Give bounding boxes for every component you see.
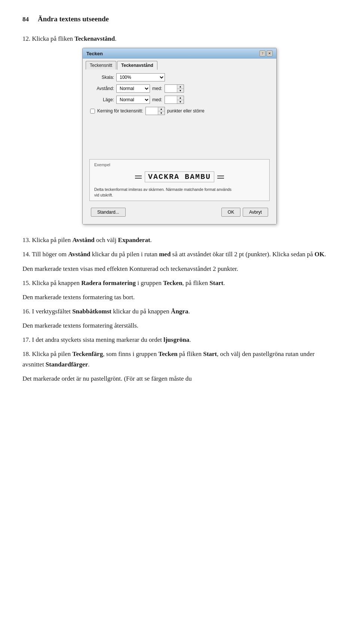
lage-spinner-down[interactable]: ▼: [177, 100, 184, 104]
avstand-med-label: med:: [152, 86, 162, 91]
example-footer: Detta teckenformat imiteras av skärmen. …: [94, 187, 265, 198]
dialog-title: Tecken: [86, 51, 103, 56]
avstand-row: Avstånd: Normal med: ▲ ▼: [88, 84, 271, 93]
dialog-tecken: Tecken ? ✕ Teckensnitt Teckenavstånd Ska…: [82, 48, 277, 225]
step-14-number: 14.: [22, 251, 30, 258]
ok-button[interactable]: OK: [221, 208, 240, 217]
step-13-number: 13.: [22, 236, 30, 244]
step-15: 15. Klicka på knappen Radera formatering…: [22, 278, 337, 288]
dialog-controls: ? ✕: [260, 50, 273, 56]
step-15-number: 15.: [22, 279, 30, 287]
page-title: Ändra textens utseende: [38, 15, 109, 23]
lage-label: Läge:: [88, 97, 114, 102]
avstand-label: Avstånd:: [88, 86, 114, 91]
kerning-row: Kerning för teckensnitt: ▲ ▼ punkter ell…: [88, 107, 271, 115]
kerning-unit: punkter eller större: [167, 108, 205, 114]
step-16-desc-text: Den markerade textens formatering återst…: [22, 322, 138, 329]
step-16-desc: Den markerade textens formatering återst…: [22, 321, 337, 331]
dialog-spacer: [88, 118, 271, 155]
step-18-desc-text: Det markerade ordet är nu pastellgrönt. …: [22, 375, 192, 382]
step-13: 13. Klicka på pilen Avstånd och välj Exp…: [22, 235, 337, 245]
step-16-text: I verktygsfältet Snabbåtkomst klickar du…: [32, 308, 190, 315]
avstand-spinner-input[interactable]: [165, 85, 177, 92]
dialog-tabs: Teckensnitt Teckenavstånd: [83, 59, 276, 69]
dialog-buttons: Standard... OK Avbryt: [88, 205, 271, 220]
dialog-titlebar: Tecken ? ✕: [83, 48, 276, 59]
skala-label: Skala:: [88, 75, 114, 80]
step-18: 18. Klicka på pilen Teckenfärg, som finn…: [22, 349, 337, 370]
step-14: 14. Till höger om Avstånd klickar du på …: [22, 249, 337, 260]
lage-select[interactable]: Normal: [116, 96, 150, 104]
avstand-spinner-down[interactable]: ▼: [177, 89, 184, 93]
step-15-desc: Den markerade textens formatering tas bo…: [22, 292, 337, 303]
tab-teckenavstand[interactable]: Teckenavstånd: [117, 61, 157, 70]
close-button[interactable]: ✕: [267, 50, 273, 56]
lage-spinner-input[interactable]: [165, 96, 177, 103]
step-13-text: Klicka på pilen Avstånd och välj Expande…: [32, 236, 152, 244]
skala-row: Skala: 100%: [88, 73, 271, 81]
page-header: 84 Ändra textens utseende: [22, 15, 337, 23]
example-line-top-right: [217, 176, 224, 176]
step-18-number: 18.: [22, 350, 30, 357]
step-16: 16. I verktygsfältet Snabbåtkomst klicka…: [22, 306, 337, 317]
dialog-container: Tecken ? ✕ Teckensnitt Teckenavstånd Ska…: [82, 48, 277, 225]
example-line-top-left: [135, 176, 142, 176]
kerning-spinner-input[interactable]: [146, 107, 158, 115]
cancel-button[interactable]: Avbryt: [243, 208, 268, 217]
dialog-body: Skala: 100% Avstånd: Normal med: ▲ ▼: [83, 69, 276, 224]
step-12-text: Klicka på fliken Teckenavstånd.: [32, 35, 117, 42]
example-lines-right: [217, 176, 224, 179]
example-footer-text: Detta teckenformat imiteras av skärmen. …: [94, 187, 231, 197]
step-17-number: 17.: [22, 336, 30, 343]
avstand-spinner[interactable]: ▲ ▼: [165, 84, 184, 93]
lage-med-label: med:: [152, 97, 162, 102]
step-15-desc-text: Den markerade textens formatering tas bo…: [22, 294, 135, 301]
kerning-checkbox[interactable]: [90, 109, 95, 114]
step-14-text: Till höger om Avstånd klickar du på pile…: [32, 251, 326, 258]
step-12: 12. Klicka på fliken Teckenavstånd.: [22, 34, 337, 44]
kerning-spinner-down[interactable]: ▼: [158, 111, 165, 115]
lage-row: Läge: Normal med: ▲ ▼: [88, 96, 271, 104]
step-17: 17. I det andra styckets sista mening ma…: [22, 335, 337, 345]
step-15-text: Klicka på knappen Radera formatering i g…: [32, 279, 225, 287]
avstand-spinner-up[interactable]: ▲: [177, 85, 184, 89]
step-14-desc-text: Den markerade texten visas med effekten …: [22, 265, 238, 272]
standard-button[interactable]: Standard...: [91, 208, 126, 217]
example-line-bottom-left: [135, 178, 142, 179]
lage-spinner-up[interactable]: ▲: [177, 96, 184, 100]
example-label: Exempel: [94, 162, 265, 167]
step-16-number: 16.: [22, 308, 30, 315]
example-text-area: VACKRA BAMBU: [94, 169, 265, 185]
example-lines-left: [135, 176, 142, 179]
example-line-bottom-right: [217, 178, 224, 179]
lage-spinner[interactable]: ▲ ▼: [165, 96, 184, 104]
step-12-number: 12.: [22, 35, 30, 42]
tab-teckensnitt[interactable]: Teckensnitt: [86, 61, 116, 69]
skala-select[interactable]: 100%: [116, 73, 165, 81]
example-text: VACKRA BAMBU: [145, 171, 214, 182]
help-button[interactable]: ?: [260, 50, 266, 56]
kerning-spinner[interactable]: ▲ ▼: [145, 107, 165, 115]
step-14-desc: Den markerade texten visas med effekten …: [22, 264, 337, 274]
avstand-select[interactable]: Normal: [116, 84, 150, 93]
kerning-spinner-up[interactable]: ▲: [158, 107, 165, 111]
kerning-label: Kerning för teckensnitt:: [97, 108, 143, 114]
page-number: 84: [22, 16, 29, 23]
step-17-text: I det andra styckets sista mening marker…: [32, 336, 191, 343]
dialog-btn-group: OK Avbryt: [221, 208, 268, 217]
example-area: Exempel VACKRA BAMBU Detta teckenformat …: [89, 159, 270, 201]
step-18-text: Klicka på pilen Teckenfärg, som finns i …: [22, 350, 314, 368]
step-18-desc: Det markerade ordet är nu pastellgrönt. …: [22, 374, 337, 384]
